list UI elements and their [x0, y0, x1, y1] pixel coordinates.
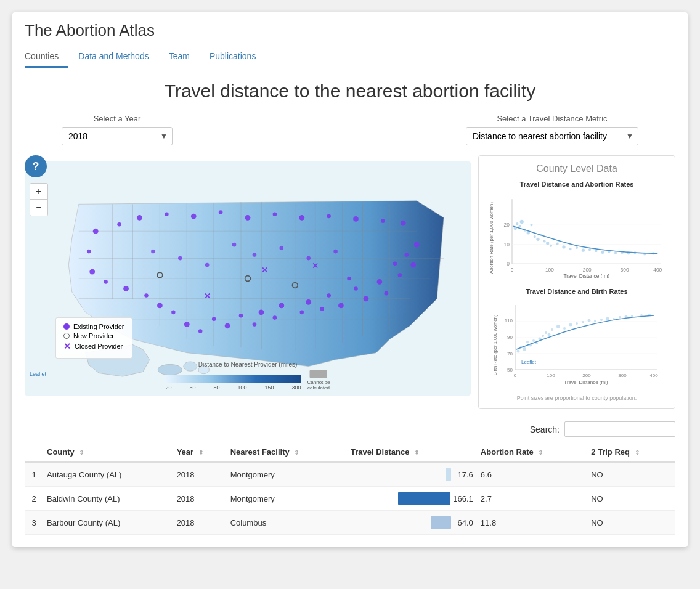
map-section: ? + −: [25, 155, 471, 409]
svg-text:Birth Rate (per 1,000 women): Birth Rate (per 1,000 women): [492, 314, 498, 375]
zoom-out-button[interactable]: −: [30, 200, 47, 216]
data-table: County ⇕ Year ⇕ Nearest Facility ⇕ Trave…: [25, 442, 675, 535]
tab-data-methods[interactable]: Data and Methods: [68, 46, 158, 68]
svg-text:Leaflet: Leaflet: [521, 359, 537, 365]
svg-point-140: [523, 347, 526, 351]
chart2-svg: 50 70 90 110 0 100 200: [486, 299, 667, 385]
svg-point-104: [546, 242, 549, 245]
svg-point-49: [117, 222, 121, 227]
svg-point-155: [588, 319, 591, 322]
svg-point-19: [410, 262, 416, 268]
col-travel-distance[interactable]: Travel Distance ⇕: [347, 442, 477, 463]
chart2-title: Travel Distance and Birth Rates: [486, 288, 667, 295]
svg-text:300: 300: [621, 267, 629, 273]
cell-abortion-rate: 6.6: [477, 462, 587, 487]
svg-text:400: 400: [649, 373, 658, 378]
map-svg-container[interactable]: ✕ ✕ ✕: [25, 161, 471, 396]
year-select[interactable]: 2018 2017 2019 2020: [62, 127, 173, 145]
col-county[interactable]: County ⇕: [43, 442, 173, 463]
svg-point-62: [253, 253, 257, 257]
search-label: Search:: [530, 424, 560, 434]
svg-point-94: [516, 222, 518, 225]
cell-nearest-facility: Montgomery: [227, 462, 347, 487]
svg-point-36: [239, 314, 243, 318]
color-scale: Distance to Nearest Provider (miles) 20 …: [166, 361, 330, 391]
cell-year: 2018: [173, 487, 227, 511]
svg-point-112: [595, 250, 597, 252]
color-scale-grey-icon: [310, 370, 327, 378]
svg-text:50: 50: [507, 367, 513, 373]
travel-distance-value: 17.6: [454, 470, 473, 479]
cell-two-trip-req: NO: [587, 511, 675, 535]
svg-text:Travel Distance (mi): Travel Distance (mi): [564, 380, 608, 385]
new-provider-circle-icon: [63, 333, 70, 339]
color-scale-title: Distance to Nearest Provider (miles): [166, 361, 330, 368]
nav-tabs: Counties Data and Methods Team Publicati…: [25, 46, 675, 68]
svg-point-103: [543, 240, 545, 242]
svg-point-152: [569, 323, 572, 327]
svg-point-46: [89, 269, 95, 275]
svg-point-28: [327, 293, 331, 298]
svg-point-44: [123, 286, 129, 291]
year-label: Select a Year: [94, 114, 141, 123]
svg-point-141: [526, 341, 529, 343]
cell-travel-distance: 64.0: [347, 511, 477, 535]
year-select-wrapper: 2018 2017 2019 2020 ▼: [62, 127, 173, 145]
search-input[interactable]: [564, 421, 675, 437]
chart1-svg: 0 10 20 0 100 200 300 400: [486, 192, 667, 278]
help-button[interactable]: ?: [25, 155, 47, 177]
svg-point-158: [606, 317, 609, 320]
svg-point-25: [354, 286, 358, 291]
svg-point-53: [219, 210, 223, 214]
travel-distance-value: 64.0: [454, 518, 473, 527]
zoom-in-button[interactable]: +: [30, 184, 47, 200]
legend-closed-label: Closed Provider: [75, 343, 123, 350]
col-nearest-facility[interactable]: Nearest Facility ⇕: [227, 442, 347, 463]
chart1-scatter: 0 10 20 0 100 200 300 400: [486, 192, 667, 278]
svg-text:Abortion Rate (per 1,000 women: Abortion Rate (per 1,000 women): [489, 202, 494, 274]
svg-point-22: [377, 279, 383, 285]
col-year[interactable]: Year ⇕: [173, 442, 227, 463]
svg-point-26: [347, 277, 351, 281]
svg-text:110: 110: [505, 318, 513, 323]
tab-team[interactable]: Team: [159, 46, 200, 68]
svg-point-40: [184, 322, 190, 327]
svg-point-95: [519, 225, 521, 227]
svg-point-150: [556, 325, 560, 328]
cell-abortion-rate: 11.8: [477, 511, 587, 535]
svg-point-24: [364, 296, 369, 302]
col-two-trip-req[interactable]: 2 Trip Req ⇕: [587, 442, 675, 463]
svg-point-51: [165, 212, 169, 216]
svg-text:0: 0: [514, 373, 517, 378]
cell-county: Barbour County (AL): [43, 511, 173, 535]
svg-point-42: [157, 303, 163, 308]
svg-point-99: [530, 224, 532, 226]
tab-publications[interactable]: Publications: [200, 46, 266, 68]
color-scale-cannot-label: Cannot becalculated: [307, 380, 330, 391]
svg-point-67: [178, 256, 182, 261]
svg-point-101: [536, 238, 539, 241]
svg-point-146: [542, 335, 544, 337]
svg-point-39: [198, 329, 203, 333]
table-header: County ⇕ Year ⇕ Nearest Facility ⇕ Trave…: [25, 442, 675, 463]
svg-point-17: [414, 242, 420, 248]
app-container: The Abortion Atlas Counties Data and Met…: [12, 12, 688, 547]
cell-year: 2018: [173, 462, 227, 487]
main-content: Travel distance to the nearest abortion …: [12, 68, 688, 547]
row-number: 3: [25, 511, 43, 535]
chart-abortion-rates: Travel Distance and Abortion Rates 0 10 …: [486, 181, 667, 278]
svg-point-106: [556, 243, 558, 245]
col-abortion-rate[interactable]: Abortion Rate ⇕: [477, 442, 587, 463]
svg-text:200: 200: [582, 373, 591, 378]
svg-text:400: 400: [653, 267, 662, 273]
tab-counties[interactable]: Counties: [25, 46, 68, 68]
svg-point-108: [569, 248, 571, 250]
svg-point-32: [279, 303, 284, 308]
table-header-row: County ⇕ Year ⇕ Nearest Facility ⇕ Trave…: [25, 442, 675, 463]
svg-point-107: [562, 245, 565, 248]
travel-distance-bar: [398, 492, 450, 505]
table-row: 3 Barbour County (AL) 2018 Columbus 64.0…: [25, 511, 675, 535]
svg-text:90: 90: [507, 335, 513, 340]
usa-map-svg: ✕ ✕ ✕: [25, 161, 471, 396]
metric-select[interactable]: Distance to nearest abortion facility Di…: [466, 127, 638, 145]
